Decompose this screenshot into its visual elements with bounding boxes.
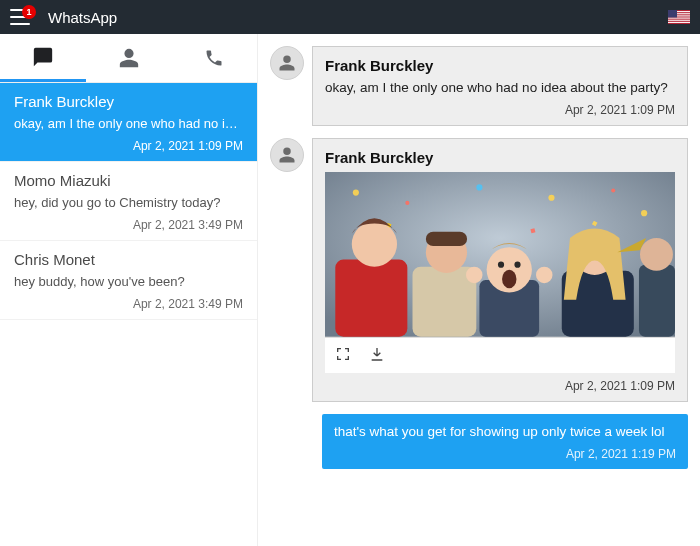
avatar: [270, 138, 304, 172]
message-row: Frank Burckley: [262, 138, 696, 402]
media-attachment[interactable]: [325, 172, 675, 373]
message-sender: Frank Burckley: [325, 57, 675, 74]
svg-point-34: [640, 238, 673, 271]
app-title: WhatsApp: [48, 9, 117, 26]
svg-rect-6: [668, 22, 690, 23]
conversation-time: Apr 2, 2021 3:49 PM: [14, 297, 243, 311]
avatar: [270, 46, 304, 80]
svg-point-25: [502, 270, 516, 289]
svg-point-9: [353, 189, 359, 195]
svg-point-12: [548, 195, 554, 201]
locale-switcher[interactable]: [668, 10, 690, 24]
svg-rect-18: [335, 259, 407, 336]
svg-point-13: [611, 188, 615, 192]
outgoing-message: that's what you get for showing up only …: [322, 414, 688, 469]
flag-us-icon: [668, 10, 690, 24]
conversation-time: Apr 2, 2021 3:49 PM: [14, 218, 243, 232]
conversation-item[interactable]: Chris Monet hey buddy, how you've been? …: [0, 241, 257, 320]
svg-point-11: [476, 184, 482, 190]
svg-point-26: [498, 262, 504, 268]
svg-point-29: [536, 267, 552, 283]
conversation-item[interactable]: Momo Miazuki hey, did you go to Chemistr…: [0, 162, 257, 241]
conversation-sidebar: Frank Burckley okay, am I the only one w…: [0, 34, 258, 546]
svg-point-10: [405, 201, 409, 205]
message-time: Apr 2, 2021 1:09 PM: [325, 379, 675, 393]
svg-rect-7: [668, 10, 677, 18]
message-row: that's what you get for showing up only …: [262, 414, 696, 469]
incoming-message: Frank Burckley okay, am I the only one w…: [312, 46, 688, 126]
svg-point-14: [641, 210, 647, 216]
sidebar-tabs: [0, 34, 257, 83]
conversation-snippet: okay, am I the only one who had no ide…: [14, 116, 243, 131]
message-row: Frank Burckley okay, am I the only one w…: [262, 46, 696, 126]
svg-point-27: [514, 262, 520, 268]
tab-chats[interactable]: [0, 34, 86, 82]
conversation-name: Frank Burckley: [14, 93, 243, 110]
person-icon: [118, 47, 140, 69]
conversation-item[interactable]: Frank Burckley okay, am I the only one w…: [0, 83, 257, 162]
message-time: Apr 2, 2021 1:19 PM: [334, 447, 676, 461]
phone-icon: [204, 48, 224, 68]
conversation-list: Frank Burckley okay, am I the only one w…: [0, 83, 257, 546]
message-text: that's what you get for showing up only …: [334, 424, 676, 439]
message-time: Apr 2, 2021 1:09 PM: [325, 103, 675, 117]
media-actions: [325, 337, 675, 373]
svg-rect-5: [668, 20, 690, 21]
incoming-media-message: Frank Burckley: [312, 138, 688, 402]
tab-contacts[interactable]: [86, 34, 172, 82]
svg-point-28: [466, 267, 482, 283]
svg-rect-4: [668, 18, 690, 19]
chat-thread: Frank Burckley okay, am I the only one w…: [258, 34, 700, 546]
conversation-time: Apr 2, 2021 1:09 PM: [14, 139, 243, 153]
menu-button[interactable]: 1: [10, 9, 30, 25]
message-icon: [32, 46, 54, 68]
top-bar: 1 WhatsApp: [0, 0, 700, 34]
svg-rect-22: [426, 232, 467, 246]
svg-point-19: [352, 221, 397, 266]
tab-calls[interactable]: [171, 34, 257, 82]
download-icon[interactable]: [369, 346, 385, 365]
conversation-name: Momo Miazuki: [14, 172, 243, 189]
conversation-name: Chris Monet: [14, 251, 243, 268]
notification-badge: 1: [22, 5, 36, 19]
conversation-snippet: hey buddy, how you've been?: [14, 274, 243, 289]
conversation-snippet: hey, did you go to Chemistry today?: [14, 195, 243, 210]
message-text: okay, am I the only one who had no idea …: [325, 80, 675, 95]
svg-rect-33: [639, 265, 675, 337]
expand-icon[interactable]: [335, 346, 351, 365]
message-sender: Frank Burckley: [325, 149, 675, 166]
